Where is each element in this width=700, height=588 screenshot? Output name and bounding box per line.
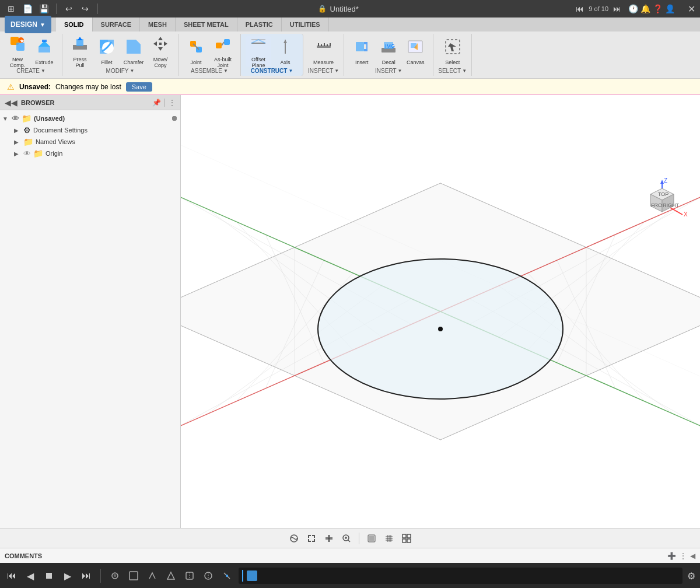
tree-expand-doc[interactable]: ▶ bbox=[14, 127, 21, 134]
undo-btn[interactable]: ↩ bbox=[62, 2, 75, 15]
svg-marker-15 bbox=[158, 47, 163, 51]
modify-label[interactable]: MODIFY ▼ bbox=[106, 68, 135, 74]
fit-view-btn[interactable] bbox=[304, 531, 319, 546]
tab-sheet-metal[interactable]: SHEET METAL bbox=[176, 18, 237, 32]
svg-rect-33 bbox=[324, 43, 325, 46]
pan-btn[interactable] bbox=[321, 531, 337, 546]
browser-pin-btn[interactable]: 📌 bbox=[152, 99, 161, 107]
settings-btn[interactable]: ⚙ bbox=[687, 570, 695, 582]
measure-btn[interactable]: Measure bbox=[311, 36, 337, 66]
tree-item-root[interactable]: ▼ 👁 📁 (Unsaved) ⏺ bbox=[0, 113, 180, 124]
inspect-label[interactable]: INSPECT ▼ bbox=[308, 68, 339, 74]
browser-collapse-btn[interactable]: ◀◀ bbox=[5, 98, 18, 107]
tab-solid[interactable]: SOLID bbox=[56, 18, 93, 32]
timeline-next-btn[interactable]: ▶ bbox=[61, 569, 75, 583]
eye-icon-root[interactable]: 👁 bbox=[12, 114, 19, 123]
grid-btn[interactable] bbox=[382, 531, 397, 546]
timeline-bar: ⏮ ◀ ⏹ ▶ ⏭ ⚙ bbox=[0, 563, 700, 588]
svg-text:X: X bbox=[684, 211, 688, 218]
file-menu-icon[interactable]: 📄 bbox=[21, 2, 34, 15]
ribbon-group-assemble: Joint As-builtJoint ASSEMBLE ▼ bbox=[178, 34, 241, 76]
svg-text:Z: Z bbox=[664, 177, 667, 184]
chamfer-btn[interactable]: Chamfer bbox=[121, 36, 146, 66]
viewport[interactable]: Z X TOP FRONT RIGHT bbox=[181, 95, 700, 528]
tab-mesh[interactable]: MESH bbox=[140, 18, 176, 32]
tree-expand-views[interactable]: ▶ bbox=[14, 139, 21, 145]
sketch-tool-4[interactable] bbox=[164, 569, 178, 583]
orbit-btn[interactable] bbox=[286, 531, 302, 546]
browser-panel: ◀◀ BROWSER 📌 ⋮ ▼ 👁 📁 (Unsaved) ⏺ ▶ ⚙ Doc… bbox=[0, 95, 181, 528]
comments-add-btn[interactable]: ➕ bbox=[667, 552, 676, 560]
construct-label[interactable]: CONSTRUCT ▼ bbox=[251, 68, 293, 74]
save-button[interactable]: Save bbox=[126, 82, 152, 92]
save-btn[interactable]: 💾 bbox=[37, 2, 50, 15]
insert-label[interactable]: INSERT ▼ bbox=[375, 68, 402, 74]
tree-expand-origin[interactable]: ▶ bbox=[14, 150, 21, 157]
browser-more-btn[interactable]: ⋮ bbox=[169, 99, 176, 107]
gear-icon: ⚙ bbox=[23, 125, 31, 135]
comments-collapse-btn[interactable]: ◀ bbox=[690, 552, 695, 560]
sketch-tool-2[interactable] bbox=[127, 569, 141, 583]
design-dropdown[interactable]: DESIGN ▼ bbox=[5, 16, 51, 33]
new-component-btn[interactable]: ★ NewComp. bbox=[5, 36, 30, 66]
select-label[interactable]: SELECT ▼ bbox=[438, 68, 467, 74]
insert-btn[interactable]: Insert bbox=[349, 36, 374, 66]
svg-marker-37 bbox=[364, 42, 368, 51]
timeline-last-btn[interactable]: ⏭ bbox=[79, 569, 93, 583]
svg-marker-13 bbox=[127, 40, 141, 54]
view-cube[interactable]: Z X TOP FRONT RIGHT bbox=[636, 177, 688, 229]
svg-rect-31 bbox=[318, 43, 319, 46]
press-pull-btn[interactable]: PressPull bbox=[67, 36, 93, 66]
eye-icon-origin[interactable]: 👁 bbox=[23, 149, 31, 158]
tab-surface[interactable]: SURFACE bbox=[93, 18, 141, 32]
tab-plastic[interactable]: PLASTIC bbox=[237, 18, 282, 32]
svg-marker-45 bbox=[448, 43, 456, 51]
unsaved-detail: Changes may be lost bbox=[55, 83, 121, 91]
record-icon-root[interactable]: ⏺ bbox=[171, 114, 178, 123]
app-menu-icon[interactable]: ⊞ bbox=[5, 2, 18, 15]
joint-btn[interactable]: Joint bbox=[183, 36, 209, 66]
svg-point-141 bbox=[226, 575, 228, 577]
sketch-tool-6[interactable] bbox=[201, 569, 215, 583]
close-btn[interactable]: ✕ bbox=[688, 4, 695, 15]
move-btn[interactable]: Move/Copy bbox=[148, 36, 173, 66]
redo-btn[interactable]: ↪ bbox=[79, 2, 92, 15]
fillet-btn[interactable]: Fillet bbox=[94, 36, 120, 66]
svg-rect-4 bbox=[38, 47, 50, 52]
svg-marker-14 bbox=[158, 37, 163, 40]
display-mode-btn[interactable] bbox=[364, 531, 379, 546]
tree-item-named-views[interactable]: ▶ 📁 Named Views bbox=[0, 136, 180, 148]
browser-title: BROWSER bbox=[21, 99, 149, 106]
svg-text:RIGHT: RIGHT bbox=[663, 202, 680, 208]
sketch-tool-5[interactable] bbox=[183, 569, 197, 583]
comments-more-btn[interactable]: ⋮ bbox=[680, 552, 687, 560]
new-component-icon: ★ bbox=[8, 34, 27, 55]
timeline-cursor[interactable] bbox=[242, 570, 243, 582]
select-btn[interactable]: Select bbox=[440, 36, 466, 66]
extrude-btn[interactable]: Extrude bbox=[32, 36, 57, 66]
axis-btn[interactable]: Axis bbox=[272, 36, 298, 66]
tree-item-doc-settings[interactable]: ▶ ⚙ Document Settings bbox=[0, 124, 180, 136]
ribbon-group-construct: OffsetPlane Axis CONSTRUCT ▼ bbox=[241, 34, 303, 76]
warning-icon: ⚠ bbox=[7, 82, 15, 92]
sketch-tool-1[interactable] bbox=[108, 569, 122, 583]
timeline-first-btn[interactable]: ⏮ bbox=[5, 569, 19, 583]
create-label[interactable]: CREATE ▼ bbox=[16, 68, 46, 74]
timeline-prev-btn[interactable]: ◀ bbox=[23, 569, 37, 583]
assemble-label[interactable]: ASSEMBLE ▼ bbox=[191, 68, 228, 74]
sketch-tool-7[interactable] bbox=[220, 569, 234, 583]
asbuilt-btn[interactable]: As-builtJoint bbox=[210, 36, 236, 66]
svg-rect-36 bbox=[356, 42, 364, 51]
zoom-btn[interactable] bbox=[339, 531, 354, 546]
timeline-stop-btn[interactable]: ⏹ bbox=[42, 569, 56, 583]
decal-btn[interactable]: IMG Decal bbox=[376, 36, 401, 66]
sketch-tool-3[interactable] bbox=[145, 569, 159, 583]
offset-plane-btn[interactable]: OffsetPlane bbox=[246, 36, 271, 66]
tab-nav[interactable]: ⏮ 9 of 10 ⏭ 🕐 🔔 ❓ 👤 bbox=[576, 4, 675, 13]
tab-utilities[interactable]: UTILITIES bbox=[282, 18, 329, 32]
canvas-btn[interactable]: Canvas bbox=[402, 36, 428, 66]
timeline-track[interactable] bbox=[239, 568, 682, 584]
tree-item-origin[interactable]: ▶ 👁 📁 Origin bbox=[0, 148, 180, 159]
snap-btn[interactable] bbox=[399, 531, 414, 546]
notification-bar: ⚠ Unsaved: Changes may be lost Save bbox=[0, 79, 700, 95]
